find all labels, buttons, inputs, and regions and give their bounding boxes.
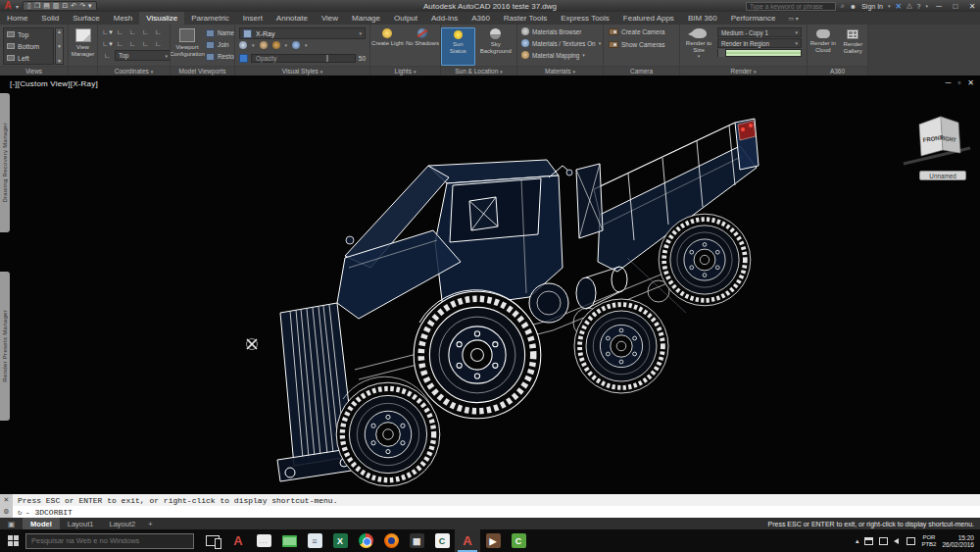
help-caret-icon[interactable]: ▾ [925,3,928,9]
camtasia-studio-taskbar-icon[interactable]: C [429,529,455,552]
viewport-configuration-button[interactable]: Viewport Configuration [171,26,204,66]
tab-view[interactable]: View [315,12,345,25]
command-close-icon[interactable]: ✕ [0,494,13,506]
autocad-app-menu-icon[interactable]: A [0,0,16,12]
hidden-icons-chevron-icon[interactable]: ▴ [856,537,859,545]
access-taskbar-icon[interactable]: A [225,529,251,552]
ucs-icon[interactable]: ∟ [153,38,164,49]
edge-effects-icon[interactable] [260,41,268,49]
calculator-taskbar-icon[interactable]: ▦ [404,529,429,552]
help-icon[interactable]: ? [917,3,921,10]
tab-layout2[interactable]: Layout2 [101,518,143,529]
render-gallery-button[interactable]: Render Gallery [839,27,867,66]
tab-parametric[interactable]: Parametric [184,12,236,25]
paper-space-icon[interactable]: ▣ [0,518,23,529]
tab-bim-360[interactable]: BIM 360 [681,12,724,25]
exchange-search-icon[interactable]: ⌕ [841,2,845,10]
display-tray-icon[interactable] [879,537,888,545]
tab-output[interactable]: Output [387,12,424,25]
firefox-taskbar-icon[interactable] [378,529,404,552]
viewports-named-button[interactable]: Named [206,27,234,38]
panel-dropdown-icon[interactable]: ▾ [572,69,575,75]
command-input-row[interactable]: ⚙ ↻ - 3DCORBIT [0,506,980,518]
ucs-icon[interactable]: ∟ [127,26,138,37]
face-style-icon[interactable] [239,41,247,49]
tab-add-ins[interactable]: Add-ins [424,12,465,25]
render-region-combo[interactable]: Render in Region ▾ [717,38,802,48]
panel-dropdown-icon[interactable]: ▾ [320,69,323,75]
view-item-left[interactable]: Left [4,52,53,64]
task-view-taskbar-icon[interactable] [200,529,225,552]
ucs-icon[interactable]: ∟ [153,26,164,37]
taskbar-clock[interactable]: 15:20 26/02/2016 [942,534,974,548]
viewports-restore-button[interactable]: Restore [206,51,234,62]
ucs-icon[interactable]: ∟ [127,38,138,49]
plot-icon[interactable]: ⊡ [62,2,68,10]
tab-visualize[interactable]: Visualize [139,12,184,25]
panel-dropdown-icon[interactable]: ▾ [151,69,154,75]
opacity-slider[interactable]: Opacity [251,54,356,63]
no-shadows-button[interactable]: No Shadows [406,27,439,66]
chevron-down-icon[interactable]: ▾ [305,42,308,48]
ucs-icon[interactable]: ∟ [140,38,151,49]
stay-connected-icon[interactable]: △ [906,2,911,10]
exchange-apps-icon[interactable]: ✕ [895,2,902,11]
undo-icon[interactable]: ↶ [71,2,76,10]
media-player-taskbar-icon[interactable]: ▶ [480,529,506,552]
view-item-bottom[interactable]: Bottom [4,40,53,52]
materials-textures-on-button[interactable]: Materials / Textures On▾ [517,37,603,49]
command-tools-icon[interactable]: ⚙ [0,506,13,518]
ucs-icon[interactable]: ∟ [115,38,125,49]
sky-background-button[interactable]: Sky Background [475,27,516,66]
ucs-named-combo[interactable]: Top ▾ [115,50,170,61]
camtasia-recorder-taskbar-icon[interactable]: C [506,529,531,552]
save-as-icon[interactable]: ▥ [53,2,60,10]
opacity-icon[interactable] [239,54,248,63]
sign-in-caret-icon[interactable]: ▾ [888,3,891,9]
render-to-size-button[interactable]: Render to Size ▾ [680,26,717,66]
viewports-join-button[interactable]: Join [206,39,234,50]
start-button[interactable] [0,529,25,552]
tab-surface[interactable]: Surface [66,12,107,25]
app-menu-caret-icon[interactable]: ▾ [16,3,19,10]
ucs-icon[interactable]: ∟ [140,26,151,37]
messaging-taskbar-icon[interactable]: ... [251,529,276,552]
tab-solid[interactable]: Solid [34,12,66,25]
taskbar-search-input[interactable] [25,533,194,549]
view-manager-button[interactable]: View Manager [69,26,97,57]
tab-home[interactable]: Home [0,12,34,25]
save-icon[interactable]: ▤ [43,2,50,10]
material-mapping-button[interactable]: Material Mapping▾ [517,49,603,61]
chevron-down-icon[interactable]: ▾ [285,42,288,48]
ucs-world-icon[interactable]: ∟ [102,50,113,61]
tab-express-tools[interactable]: Express Tools [554,12,616,25]
new-layout-button[interactable]: + [143,520,157,528]
panel-dropdown-icon[interactable]: ▾ [754,69,757,75]
autocad-taskbar-icon[interactable]: A [455,529,480,552]
minimize-button[interactable]: ─ [933,2,945,11]
tab-mesh[interactable]: Mesh [107,12,140,25]
render-in-cloud-button[interactable]: Render in Cloud [808,27,839,66]
visual-style-combo[interactable]: X-Ray ▾ [239,27,366,39]
excel-taskbar-icon[interactable]: X [327,529,353,552]
materials-browser-button[interactable]: Materials Browser [517,25,603,37]
render-preset-combo[interactable]: Medium - Copy 1 ▾ [717,27,802,37]
redo-icon[interactable]: ↷ [79,2,85,10]
new-file-icon[interactable]: ▯ [27,2,31,10]
chevron-down-icon[interactable]: ▾ [252,42,255,48]
tab-raster-tools[interactable]: Raster Tools [497,12,554,25]
tab-layout1[interactable]: Layout1 [60,518,102,529]
drawing-canvas[interactable]: [-][Custom View][X-Ray] ─ ▫ ✕ Drawing Re… [0,75,980,494]
show-cameras-button[interactable]: Show Cameras [604,38,679,51]
network-tray-icon[interactable] [906,537,915,545]
views-listbox[interactable]: TopBottomLeft [3,27,54,65]
tab-featured-apps[interactable]: Featured Apps [616,12,681,25]
views-scrollbar[interactable]: ▲ ▼ ▼ [55,27,64,65]
volume-icon[interactable] [894,538,899,544]
scroll-more-icon[interactable]: ▼ [57,58,62,64]
document-taskbar-icon[interactable]: ≡ [302,529,327,552]
create-light-button[interactable]: Create Light [371,27,404,66]
sign-in-button[interactable]: Sign In [861,3,883,10]
ucs-icon[interactable]: ∟▾ [102,26,113,37]
videos-folder-taskbar-icon[interactable] [276,529,302,552]
